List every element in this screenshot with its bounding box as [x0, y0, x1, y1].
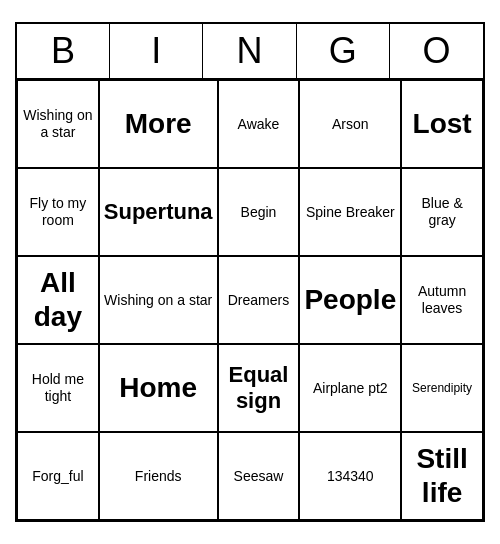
bingo-cell: Begin	[218, 168, 300, 256]
bingo-cell: Airplane pt2	[299, 344, 401, 432]
bingo-cell: Equal sign	[218, 344, 300, 432]
bingo-cell: Forg_ful	[17, 432, 99, 520]
bingo-header: BINGO	[17, 24, 483, 80]
bingo-cell: Spine Breaker	[299, 168, 401, 256]
bingo-cell: Lost	[401, 80, 483, 168]
bingo-cell: More	[99, 80, 218, 168]
bingo-cell: All day	[17, 256, 99, 344]
bingo-cell: Serendipity	[401, 344, 483, 432]
bingo-cell: Supertuna	[99, 168, 218, 256]
bingo-cell: Hold me tight	[17, 344, 99, 432]
bingo-header-letter: I	[110, 24, 203, 78]
bingo-cell: People	[299, 256, 401, 344]
bingo-card: BINGO Wishing on a starMoreAwakeArsonLos…	[15, 22, 485, 522]
bingo-header-letter: G	[297, 24, 390, 78]
bingo-cell: Friends	[99, 432, 218, 520]
bingo-cell: Dreamers	[218, 256, 300, 344]
bingo-cell: Blue & gray	[401, 168, 483, 256]
bingo-cell: Wishing on a star	[99, 256, 218, 344]
bingo-cell: Home	[99, 344, 218, 432]
bingo-cell: Arson	[299, 80, 401, 168]
bingo-header-letter: O	[390, 24, 483, 78]
bingo-header-letter: N	[203, 24, 296, 78]
bingo-cell: 134340	[299, 432, 401, 520]
bingo-cell: Wishing on a star	[17, 80, 99, 168]
bingo-cell: Awake	[218, 80, 300, 168]
bingo-cell: Seesaw	[218, 432, 300, 520]
bingo-cell: Fly to my room	[17, 168, 99, 256]
bingo-header-letter: B	[17, 24, 110, 78]
bingo-cell: Still life	[401, 432, 483, 520]
bingo-grid: Wishing on a starMoreAwakeArsonLostFly t…	[17, 80, 483, 520]
bingo-cell: Autumn leaves	[401, 256, 483, 344]
